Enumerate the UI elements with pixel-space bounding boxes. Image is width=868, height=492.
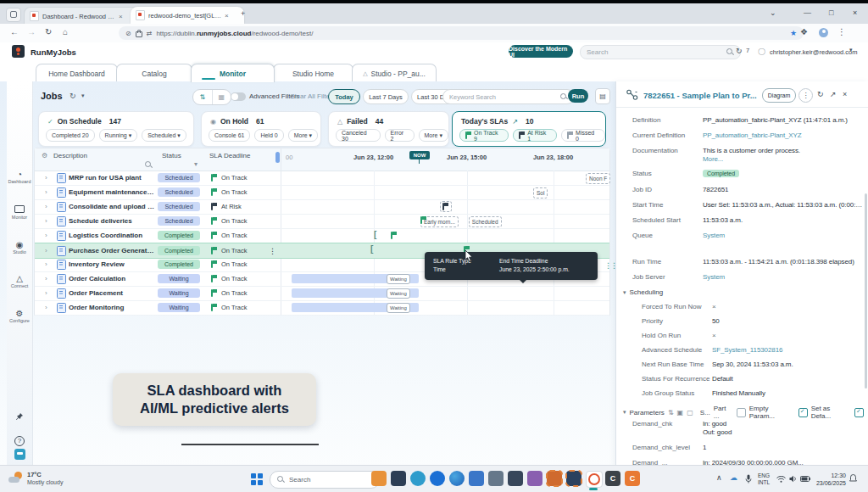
- table-view-icon[interactable]: ▦: [213, 90, 231, 104]
- window-close-button[interactable]: ×: [853, 8, 857, 17]
- chip-sla-on-track[interactable]: On Track 9: [459, 129, 509, 142]
- browser-tab-dashboard[interactable]: Dashboard - Redwood Cloud ×: [24, 7, 139, 25]
- more-link[interactable]: More...: [703, 155, 863, 163]
- browser-profile-avatar[interactable]: [819, 28, 828, 37]
- job-server-link[interactable]: System: [703, 273, 863, 281]
- row-expand-chevron[interactable]: ›: [45, 188, 47, 196]
- taskbar-app-icon-shared[interactable]: [547, 471, 562, 486]
- taskbar-app-icon-files[interactable]: [371, 471, 387, 486]
- row-expand-chevron[interactable]: ›: [45, 260, 47, 268]
- browser-workspaces-icon[interactable]: [6, 8, 21, 22]
- description-filter-icon[interactable]: [145, 161, 153, 169]
- discover-modern-ui-button[interactable]: Discover the Modern UI: [509, 45, 573, 58]
- refresh-icon[interactable]: ↻: [736, 47, 743, 55]
- row-expand-chevron[interactable]: ›: [45, 304, 47, 311]
- empty-parameters-checkbox[interactable]: [798, 408, 808, 417]
- row-expand-chevron[interactable]: ›: [45, 203, 47, 210]
- tab-search-chevron-icon[interactable]: ⌄: [770, 8, 776, 17]
- status-filter-chevron-icon[interactable]: ▾: [194, 160, 198, 168]
- user-email[interactable]: christopher.keir@redwood.com: [770, 48, 858, 56]
- battery-icon[interactable]: [800, 476, 810, 482]
- tab-home-dashboard[interactable]: Home Dashboard: [36, 64, 118, 82]
- taskbar-app-icon[interactable]: [488, 471, 504, 486]
- speaker-icon[interactable]: [789, 475, 798, 483]
- tab-studio-pp[interactable]: △Studio - PP_au...: [352, 64, 437, 82]
- queue-link[interactable]: System: [703, 232, 863, 239]
- sidebar-item-configure[interactable]: ⚙Configure: [7, 309, 32, 323]
- tray-expand-chevron-icon[interactable]: ∧: [716, 473, 722, 482]
- microphone-icon[interactable]: [745, 474, 752, 484]
- gantt-resize-handle[interactable]: ⋮⋮: [604, 261, 616, 270]
- taskbar-app-icon[interactable]: [410, 471, 426, 486]
- parameters-expand-icon[interactable]: ▣: [677, 409, 684, 417]
- run-button[interactable]: Run: [568, 89, 588, 103]
- set-as-default-checkbox[interactable]: [854, 408, 864, 417]
- chip-completed[interactable]: Completed 20: [46, 129, 95, 142]
- chip-running[interactable]: Running▾: [99, 129, 138, 142]
- panel-close-icon[interactable]: ×: [843, 90, 847, 98]
- gantt-view-icon[interactable]: ⇅: [193, 90, 213, 104]
- tab-close-icon[interactable]: ×: [225, 12, 229, 20]
- taskbar-app-icon[interactable]: [527, 471, 542, 486]
- global-search-input[interactable]: Search: [580, 45, 741, 59]
- back-icon[interactable]: ←: [10, 27, 19, 36]
- taskbar-app-icon[interactable]: [430, 471, 445, 486]
- filter-last-7-days[interactable]: Last 7 Days: [363, 89, 409, 104]
- home-icon[interactable]: ⌂: [63, 27, 68, 36]
- taskbar-app-icon-shared[interactable]: [566, 471, 581, 486]
- chip-more[interactable]: More▾: [419, 129, 448, 142]
- chip-canceled[interactable]: Canceled 30: [336, 129, 381, 142]
- external-link-icon[interactable]: ↗: [512, 118, 518, 126]
- taskbar-app-icon-c[interactable]: C: [625, 471, 640, 486]
- notification-bell-icon[interactable]: [849, 474, 857, 483]
- sidebar-item-dashboard[interactable]: ◔Dashboard: [7, 170, 32, 184]
- gantt-at-risk-flag-marker[interactable]: [440, 201, 452, 212]
- gantt-chip-sol[interactable]: Sol: [533, 187, 548, 198]
- start-button[interactable]: [251, 473, 263, 485]
- browser-tab-redwood-demo[interactable]: redwood-demo_test[GLOBAL] ×: [131, 7, 244, 24]
- taskbar-search[interactable]: Search: [270, 471, 380, 489]
- timeline-scroll-indicator[interactable]: [275, 152, 280, 163]
- tab-studio-home[interactable]: Studio Home: [273, 64, 353, 82]
- pin-sidebar-button[interactable]: [7, 412, 32, 422]
- advanced-schedule-link[interactable]: SF_System_115302816: [712, 346, 863, 354]
- view-toggle[interactable]: ⇅ ▦: [192, 89, 231, 105]
- gantt-chip-noon[interactable]: Noon F: [586, 173, 610, 184]
- row-expand-chevron[interactable]: ›: [45, 232, 47, 239]
- parameters-filter-icon[interactable]: ⇅: [668, 409, 674, 417]
- gantt-sla-flag-icon[interactable]: [391, 232, 398, 239]
- language-indicator[interactable]: ENGINTL: [758, 472, 770, 485]
- extensions-icon[interactable]: ❖: [800, 27, 808, 36]
- blocked-content-icon[interactable]: ⊘: [125, 30, 131, 37]
- current-definition-link[interactable]: PP_automation_fabric-Plant_XYZ: [703, 131, 863, 139]
- param-link[interactable]: Demand_chk: [632, 420, 703, 428]
- chip-sla-missed[interactable]: Missed 0: [561, 129, 605, 142]
- col-description[interactable]: Description: [53, 152, 87, 159]
- table-row[interactable]: › Equipment maintenance check Scheduled …: [35, 185, 609, 200]
- switch-tabs-icon[interactable]: ⇄: [147, 30, 153, 37]
- part-checkbox[interactable]: [737, 408, 746, 417]
- taskbar-app-icon[interactable]: [586, 471, 603, 488]
- jobs-dropdown-chevron-icon[interactable]: ▾: [81, 92, 85, 99]
- user-icon[interactable]: 〇: [758, 47, 765, 58]
- col-sla-deadline[interactable]: SLA Deadline: [209, 152, 250, 159]
- chip-sla-at-risk[interactable]: At Risk 1: [513, 129, 557, 142]
- col-status[interactable]: Status: [162, 152, 181, 159]
- window-minimize-button[interactable]: —: [804, 8, 811, 17]
- sidebar-item-connect[interactable]: △Connect: [7, 274, 32, 288]
- scheduling-section-header[interactable]: ▾Scheduling: [623, 288, 663, 296]
- bookmark-star-icon[interactable]: ★: [790, 29, 797, 37]
- browser-menu-icon[interactable]: ⋮: [837, 27, 846, 36]
- keyword-search-input[interactable]: Keyword Search: [442, 89, 575, 104]
- row-expand-chevron[interactable]: ›: [45, 247, 47, 254]
- chip-more[interactable]: More▾: [288, 129, 318, 142]
- tab-catalog[interactable]: Catalog: [116, 64, 192, 82]
- chip-scheduled[interactable]: Scheduled▾: [142, 129, 186, 142]
- jobs-refresh-icon[interactable]: ↻: [70, 92, 76, 100]
- tab-monitor[interactable]: Monitor: [191, 64, 275, 82]
- clock[interactable]: 12:3023/06/2025: [812, 472, 846, 487]
- notification-count[interactable]: 7: [746, 47, 749, 54]
- onedrive-cloud-icon[interactable]: ☁: [730, 473, 737, 482]
- panel-open-external-icon[interactable]: ↗: [830, 90, 837, 98]
- parameters-section-header[interactable]: ▾ Parameters ⇅ ▣ ▢ S... Part ... Empty P…: [623, 405, 864, 420]
